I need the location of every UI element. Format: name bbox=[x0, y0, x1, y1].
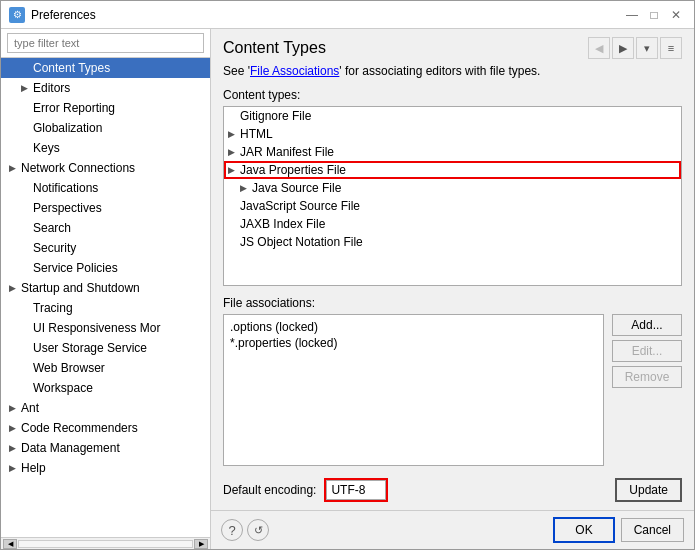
nav-dropdown-btn[interactable]: ▾ bbox=[636, 37, 658, 59]
sidebar-item-data-management[interactable]: ▶Data Management bbox=[1, 438, 210, 458]
sidebar-item-label: Service Policies bbox=[33, 261, 118, 275]
sidebar-item-notifications[interactable]: Notifications bbox=[1, 178, 210, 198]
maximize-button[interactable]: □ bbox=[644, 5, 664, 25]
sidebar-item-label: Data Management bbox=[21, 441, 120, 455]
sidebar-item-tracing[interactable]: Tracing bbox=[1, 298, 210, 318]
sidebar-item-service-policies[interactable]: Service Policies bbox=[1, 258, 210, 278]
content-type-item-jar-manifest[interactable]: ▶JAR Manifest File bbox=[224, 143, 681, 161]
sidebar-item-editors[interactable]: ▶Editors bbox=[1, 78, 210, 98]
encoding-row: Default encoding: Update bbox=[223, 478, 682, 502]
sidebar-scrollbar: ◀ ▶ bbox=[1, 537, 210, 549]
sidebar-item-label: Editors bbox=[33, 81, 70, 95]
content-type-item-html[interactable]: ▶HTML bbox=[224, 125, 681, 143]
chevron-icon: ▶ bbox=[21, 83, 31, 93]
sidebar-item-label: Search bbox=[33, 221, 71, 235]
content-type-item-jaxb-index[interactable]: JAXB Index File bbox=[224, 215, 681, 233]
file-associations-link[interactable]: File Associations bbox=[250, 64, 339, 78]
filter-input[interactable] bbox=[7, 33, 204, 53]
sidebar-item-ant[interactable]: ▶Ant bbox=[1, 398, 210, 418]
file-assoc-label: File associations: bbox=[223, 296, 682, 310]
sidebar: Content Types▶EditorsError ReportingGlob… bbox=[1, 29, 211, 549]
bottom-left: ? ↺ bbox=[221, 519, 547, 541]
nav-menu-btn[interactable]: ≡ bbox=[660, 37, 682, 59]
cancel-button[interactable]: Cancel bbox=[621, 518, 684, 542]
sidebar-item-label: Error Reporting bbox=[33, 101, 115, 115]
title-controls: — □ ✕ bbox=[622, 5, 686, 25]
nav-arrows: ◀ ▶ ▾ ≡ bbox=[588, 37, 682, 59]
bottom-bar: ? ↺ OK Cancel bbox=[211, 510, 694, 549]
sidebar-item-label: Notifications bbox=[33, 181, 98, 195]
content-types-list[interactable]: Gitignore File▶HTML▶JAR Manifest File▶Ja… bbox=[223, 106, 682, 286]
chevron-icon: ▶ bbox=[228, 129, 240, 139]
sidebar-item-workspace[interactable]: Workspace bbox=[1, 378, 210, 398]
content-type-item-gitignore[interactable]: Gitignore File bbox=[224, 107, 681, 125]
content-type-item-java-properties[interactable]: ▶Java Properties File bbox=[224, 161, 681, 179]
sidebar-item-search[interactable]: Search bbox=[1, 218, 210, 238]
sidebar-item-label: Web Browser bbox=[33, 361, 105, 375]
chevron-icon: ▶ bbox=[9, 443, 19, 453]
chevron-icon: ▶ bbox=[9, 403, 19, 413]
content-types-label: Content types: bbox=[223, 88, 682, 102]
chevron-icon: ▶ bbox=[228, 147, 240, 157]
sidebar-item-label: UI Responsiveness Mor bbox=[33, 321, 160, 335]
encoding-input-wrapper bbox=[324, 478, 388, 502]
file-assoc-list[interactable]: .options (locked)*.properties (locked) bbox=[223, 314, 604, 466]
sidebar-item-label: Network Connections bbox=[21, 161, 135, 175]
content-type-item-java-source[interactable]: ▶Java Source File bbox=[224, 179, 681, 197]
filter-bar bbox=[1, 29, 210, 58]
chevron-icon: ▶ bbox=[9, 463, 19, 473]
chevron-icon: ▶ bbox=[9, 423, 19, 433]
sidebar-tree: Content Types▶EditorsError ReportingGlob… bbox=[1, 58, 210, 537]
encoding-label: Default encoding: bbox=[223, 483, 316, 497]
content-type-label: JavaScript Source File bbox=[240, 199, 360, 213]
encoding-input[interactable] bbox=[326, 480, 386, 500]
sidebar-item-perspectives[interactable]: Perspectives bbox=[1, 198, 210, 218]
sidebar-item-network-connections[interactable]: ▶Network Connections bbox=[1, 158, 210, 178]
main-content: Content Types▶EditorsError ReportingGlob… bbox=[1, 29, 694, 549]
content-type-label: HTML bbox=[240, 127, 273, 141]
sidebar-item-help[interactable]: ▶Help bbox=[1, 458, 210, 478]
sidebar-item-keys[interactable]: Keys bbox=[1, 138, 210, 158]
scroll-left-btn[interactable]: ◀ bbox=[3, 539, 17, 549]
sidebar-item-web-browser[interactable]: Web Browser bbox=[1, 358, 210, 378]
panel-title: Content Types bbox=[223, 39, 326, 57]
sidebar-item-code-recommenders[interactable]: ▶Code Recommenders bbox=[1, 418, 210, 438]
add-btn[interactable]: Add... bbox=[612, 314, 682, 336]
window-title: Preferences bbox=[31, 8, 96, 22]
sidebar-item-error-reporting[interactable]: Error Reporting bbox=[1, 98, 210, 118]
sidebar-item-user-storage[interactable]: User Storage Service bbox=[1, 338, 210, 358]
close-button[interactable]: ✕ bbox=[666, 5, 686, 25]
sidebar-item-label: Globalization bbox=[33, 121, 102, 135]
scroll-right-btn[interactable]: ▶ bbox=[194, 539, 208, 549]
title-bar-left: ⚙ Preferences bbox=[9, 7, 96, 23]
content-type-item-js-object-notation[interactable]: JS Object Notation File bbox=[224, 233, 681, 251]
sidebar-item-label: Startup and Shutdown bbox=[21, 281, 140, 295]
sidebar-item-ui-responsiveness[interactable]: UI Responsiveness Mor bbox=[1, 318, 210, 338]
ok-button[interactable]: OK bbox=[553, 517, 614, 543]
assoc-buttons: Add...Edit...Remove bbox=[612, 314, 682, 466]
file-assoc-section: .options (locked)*.properties (locked) A… bbox=[223, 314, 682, 466]
sidebar-item-label: Perspectives bbox=[33, 201, 102, 215]
content-type-label: Java Source File bbox=[252, 181, 341, 195]
content-type-label: JAXB Index File bbox=[240, 217, 325, 231]
help-button[interactable]: ? bbox=[221, 519, 243, 541]
minimize-button[interactable]: — bbox=[622, 5, 642, 25]
edit-btn: Edit... bbox=[612, 340, 682, 362]
nav-forward-btn[interactable]: ▶ bbox=[612, 37, 634, 59]
panel-body: See 'File Associations' for associating … bbox=[211, 63, 694, 510]
sidebar-item-label: Ant bbox=[21, 401, 39, 415]
file-assoc-item-assoc-properties[interactable]: *.properties (locked) bbox=[228, 335, 599, 351]
sidebar-item-label: Help bbox=[21, 461, 46, 475]
update-button[interactable]: Update bbox=[615, 478, 682, 502]
sidebar-item-security[interactable]: Security bbox=[1, 238, 210, 258]
title-bar: ⚙ Preferences — □ ✕ bbox=[1, 1, 694, 29]
file-assoc-item-assoc-options[interactable]: .options (locked) bbox=[228, 319, 599, 335]
sidebar-item-startup-shutdown[interactable]: ▶Startup and Shutdown bbox=[1, 278, 210, 298]
restore-defaults-button[interactable]: ↺ bbox=[247, 519, 269, 541]
content-type-item-javascript-source[interactable]: JavaScript Source File bbox=[224, 197, 681, 215]
right-panel: Content Types ◀ ▶ ▾ ≡ See 'File Associat… bbox=[211, 29, 694, 549]
content-type-label: Gitignore File bbox=[240, 109, 311, 123]
nav-back-btn[interactable]: ◀ bbox=[588, 37, 610, 59]
sidebar-item-globalization[interactable]: Globalization bbox=[1, 118, 210, 138]
sidebar-item-content-types[interactable]: Content Types bbox=[1, 58, 210, 78]
